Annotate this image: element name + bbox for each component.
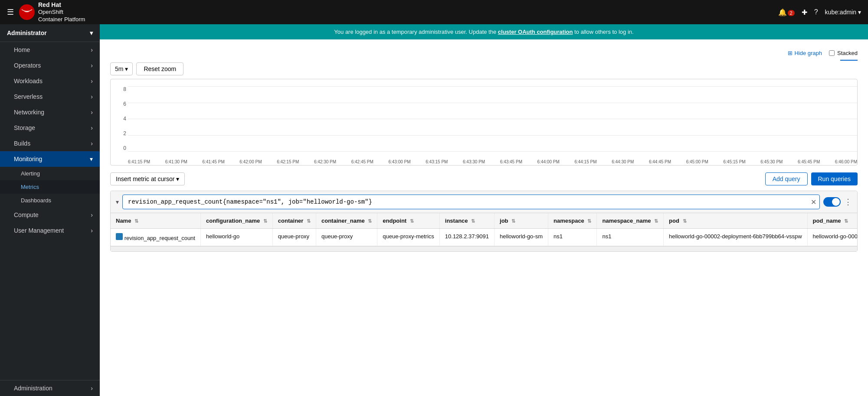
time-range-select[interactable]: 5m ▾ bbox=[110, 62, 133, 75]
insert-metric-button[interactable]: Insert metric at cursor ▾ bbox=[110, 172, 185, 185]
hide-graph-label: Hide graph bbox=[794, 50, 822, 56]
alerts-button[interactable]: 🔔2 bbox=[778, 8, 795, 16]
cell-pod: helloworld-go-00002-deployment-6bb799bb6… bbox=[664, 229, 807, 246]
query-clear-button[interactable]: ✕ bbox=[811, 198, 816, 206]
col-endpoint[interactable]: endpoint ⇅ bbox=[377, 213, 440, 229]
hide-graph-icon: ⊞ bbox=[788, 50, 793, 56]
sidebar-item-compute-label: Compute bbox=[14, 211, 39, 218]
grid-line-3 bbox=[128, 135, 857, 136]
col-instance[interactable]: instance ⇅ bbox=[439, 213, 494, 229]
sidebar-sub-dashboards-label: Dashboards bbox=[21, 197, 51, 204]
banner-text-after: to allow others to log in. bbox=[574, 29, 634, 35]
cell-endpoint: queue-proxy-metrics bbox=[377, 229, 440, 246]
cell-pod-name: helloworld-go-00002-deployment-6bb799bb6… bbox=[807, 229, 857, 246]
add-query-button[interactable]: Add query bbox=[765, 172, 808, 185]
col-container-name[interactable]: container_name ⇅ bbox=[316, 213, 377, 229]
main-content: You are logged in as a temporary adminis… bbox=[100, 24, 868, 396]
table-row: revision_app_request_count helloworld-go… bbox=[111, 229, 857, 246]
col-pod[interactable]: pod ⇅ bbox=[664, 213, 807, 229]
help-button[interactable]: ? bbox=[814, 8, 818, 16]
sidebar-item-monitoring[interactable]: Monitoring ▾ bbox=[0, 151, 100, 167]
alert-count-badge: 2 bbox=[788, 10, 795, 16]
sidebar-item-home[interactable]: Home › bbox=[0, 42, 100, 58]
hamburger-menu-button[interactable]: ☰ bbox=[7, 7, 14, 17]
grid-line-top bbox=[128, 86, 857, 87]
username-label: kube:admin bbox=[825, 9, 856, 16]
user-dropdown-icon: ▾ bbox=[858, 9, 861, 16]
col-namespace-name[interactable]: namespace_name ⇅ bbox=[597, 213, 664, 229]
time-range-value: 5m bbox=[115, 65, 123, 72]
sort-icon-config: ⇅ bbox=[263, 218, 267, 224]
stacked-checkbox[interactable] bbox=[829, 50, 835, 56]
sidebar-item-user-management[interactable]: User Management › bbox=[0, 223, 100, 238]
stacked-checkbox-container[interactable]: Stacked bbox=[829, 50, 858, 56]
query-input[interactable] bbox=[122, 195, 820, 209]
col-job[interactable]: job ⇅ bbox=[495, 213, 548, 229]
query-enabled-toggle[interactable] bbox=[823, 197, 841, 207]
cell-instance: 10.128.2.37:9091 bbox=[439, 229, 494, 246]
grid-line-2 bbox=[128, 119, 857, 119]
query-panel: ▾ ✕ ⋮ Name ⇅ bbox=[110, 191, 858, 252]
grid-line-1 bbox=[128, 103, 857, 103]
stacked-label: Stacked bbox=[837, 50, 858, 56]
query-panel-header: ▾ ✕ ⋮ bbox=[111, 191, 857, 213]
cell-name: revision_app_request_count bbox=[111, 229, 200, 246]
top-nav-right: 🔔2 ✚ ? kube:admin ▾ bbox=[778, 8, 861, 16]
hide-graph-button[interactable]: ⊞ Hide graph bbox=[788, 50, 822, 56]
sidebar: Administrator ▾ Home › Operators › Workl… bbox=[0, 24, 100, 396]
chart-x-labels: 6:41:15 PM 6:41:30 PM 6:41:45 PM 6:42:00… bbox=[128, 159, 857, 164]
chart-grid bbox=[128, 86, 857, 151]
y-label-8: 8 bbox=[114, 86, 126, 92]
query-expand-button[interactable]: ▾ bbox=[116, 198, 119, 205]
y-label-0: 0 bbox=[114, 145, 126, 151]
sidebar-sub-item-dashboards[interactable]: Dashboards bbox=[0, 194, 100, 207]
oauth-config-link[interactable]: cluster OAuth configuration bbox=[498, 29, 573, 35]
sidebar-item-serverless-label: Serverless bbox=[14, 93, 43, 100]
sidebar-item-home-label: Home bbox=[14, 46, 30, 53]
sidebar-item-operators[interactable]: Operators › bbox=[0, 58, 100, 73]
y-label-4: 4 bbox=[114, 116, 126, 122]
reset-zoom-button[interactable]: Reset zoom bbox=[136, 62, 183, 75]
sidebar-sub-metrics-label: Metrics bbox=[21, 184, 39, 190]
insert-metric-dropdown-icon: ▾ bbox=[176, 175, 179, 182]
sidebar-sub-item-metrics[interactable]: Metrics bbox=[0, 180, 100, 194]
sort-icon-job: ⇅ bbox=[511, 218, 515, 224]
col-name[interactable]: Name ⇅ bbox=[111, 213, 200, 229]
col-configuration-name[interactable]: configuration_name ⇅ bbox=[200, 213, 272, 229]
results-table-head: Name ⇅ configuration_name ⇅ container ⇅ bbox=[111, 213, 857, 229]
run-queries-button[interactable]: Run queries bbox=[811, 172, 858, 185]
sidebar-item-administration[interactable]: Administration › bbox=[0, 380, 100, 396]
sort-icon-namespace: ⇅ bbox=[587, 218, 591, 224]
sidebar-sub-item-alerting[interactable]: Alerting bbox=[0, 167, 100, 180]
table-scrollbar[interactable] bbox=[111, 246, 857, 251]
results-table-body: revision_app_request_count helloworld-go… bbox=[111, 229, 857, 246]
sort-icon-namespace-name: ⇅ bbox=[654, 218, 658, 224]
sidebar-item-compute[interactable]: Compute › bbox=[0, 207, 100, 223]
col-pod-name[interactable]: pod_name ⇅ bbox=[807, 213, 857, 229]
sidebar-item-networking[interactable]: Networking › bbox=[0, 104, 100, 120]
sort-icon-endpoint: ⇅ bbox=[410, 218, 414, 224]
sidebar-item-operators-label: Operators bbox=[14, 62, 41, 69]
sidebar-item-operators-chevron: › bbox=[91, 62, 93, 69]
query-more-options-button[interactable]: ⋮ bbox=[844, 197, 852, 207]
top-navigation: ☰ Red Hat OpenShift Container Platform 🔔… bbox=[0, 0, 868, 24]
y-label-6: 6 bbox=[114, 101, 126, 107]
sidebar-admin-header[interactable]: Administrator ▾ bbox=[0, 24, 100, 42]
col-namespace[interactable]: namespace ⇅ bbox=[548, 213, 597, 229]
sort-icon-instance: ⇅ bbox=[471, 218, 475, 224]
brand-logo: Red Hat OpenShift Container Platform bbox=[19, 1, 85, 23]
col-container[interactable]: container ⇅ bbox=[272, 213, 316, 229]
sort-icon-pod-name: ⇅ bbox=[844, 218, 848, 224]
user-menu[interactable]: kube:admin ▾ bbox=[825, 9, 861, 16]
sidebar-item-serverless[interactable]: Serverless › bbox=[0, 89, 100, 104]
sidebar-item-storage-label: Storage bbox=[14, 124, 35, 131]
add-button[interactable]: ✚ bbox=[802, 8, 807, 16]
sidebar-item-storage[interactable]: Storage › bbox=[0, 120, 100, 136]
cell-configuration-name: helloworld-go bbox=[200, 229, 272, 246]
sidebar-item-builds[interactable]: Builds › bbox=[0, 136, 100, 151]
sidebar-item-workloads[interactable]: Workloads › bbox=[0, 73, 100, 89]
banner-text: You are logged in as a temporary adminis… bbox=[334, 29, 498, 35]
sidebar-item-builds-label: Builds bbox=[14, 140, 30, 147]
chart-y-labels: 8 6 4 2 0 bbox=[114, 86, 126, 151]
sidebar-item-user-mgmt-label: User Management bbox=[14, 227, 64, 234]
